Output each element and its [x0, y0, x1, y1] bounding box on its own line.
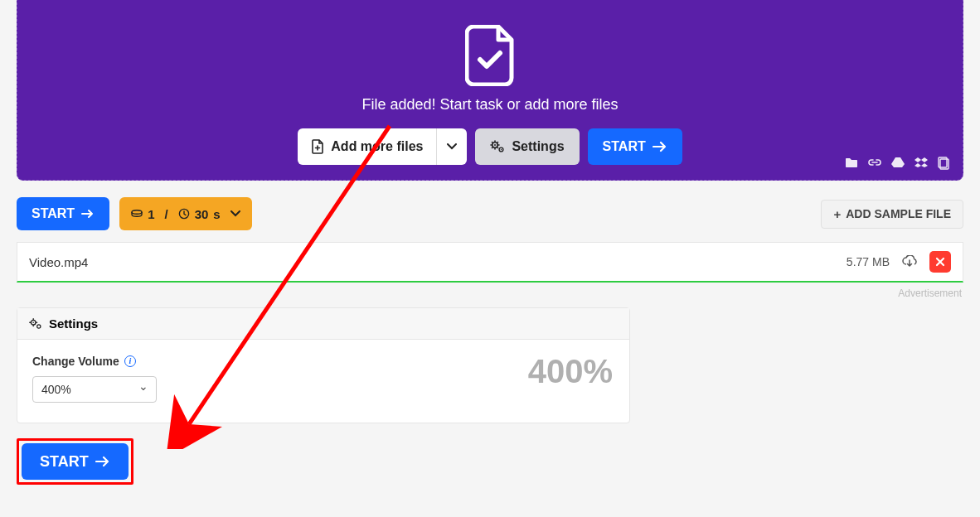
- batch-time-value: 30: [195, 207, 209, 221]
- change-volume-display: 400%: [528, 353, 613, 390]
- bottom-start-label: START: [40, 453, 89, 471]
- batch-count: 1: [148, 207, 154, 221]
- cloud-download-icon[interactable]: [901, 255, 918, 268]
- dropbox-icon[interactable]: [915, 157, 928, 170]
- settings-panel: Settings Change Volume i 400% 400%: [17, 307, 630, 423]
- file-row: Video.mp4 5.77 MB: [17, 242, 963, 283]
- svg-point-6: [132, 210, 142, 214]
- add-more-files-button[interactable]: Add more files: [298, 128, 467, 165]
- upload-hero: File added! Start task or add more files…: [17, 0, 963, 181]
- clipboard-icon[interactable]: [938, 157, 949, 170]
- file-name: Video.mp4: [29, 255, 847, 269]
- add-sample-label: ADD SAMPLE FILE: [846, 207, 951, 220]
- clock-icon: [178, 208, 190, 220]
- svg-point-1: [494, 144, 496, 146]
- add-sample-file-button[interactable]: + ADD SAMPLE FILE: [821, 200, 963, 229]
- bottom-start-button[interactable]: START: [22, 443, 129, 480]
- hero-message: File added! Start task or add more files: [34, 96, 946, 114]
- toolbar-start-button[interactable]: START: [17, 197, 109, 230]
- settings-panel-header: Settings: [17, 308, 629, 340]
- svg-point-3: [501, 149, 502, 150]
- gears-icon: [490, 140, 505, 153]
- info-icon[interactable]: i: [124, 355, 136, 367]
- settings-button[interactable]: Settings: [475, 128, 579, 165]
- batch-sep: /: [164, 207, 167, 221]
- batch-time-unit: s: [213, 207, 220, 221]
- svg-point-10: [37, 324, 41, 327]
- advertisement-label: Advertisement: [0, 283, 980, 299]
- settings-panel-title: Settings: [49, 316, 98, 331]
- toolbar: START 1 / 30 s + ADD SAMPLE FILE: [0, 181, 980, 242]
- hero-start-button[interactable]: START: [588, 128, 682, 165]
- toolbar-start-label: START: [32, 206, 75, 221]
- layers-icon: [131, 209, 143, 219]
- chevron-down-icon: [447, 143, 457, 150]
- arrow-right-icon: [81, 209, 95, 219]
- add-more-files-label: Add more files: [331, 139, 423, 154]
- add-more-files-caret[interactable]: [437, 128, 467, 165]
- arrow-right-icon: [95, 456, 110, 467]
- google-drive-icon[interactable]: [891, 157, 905, 170]
- settings-label: Settings: [512, 139, 564, 154]
- batch-settings-button[interactable]: 1 / 30 s: [119, 197, 252, 230]
- delete-file-button[interactable]: [929, 251, 951, 273]
- file-size: 5.77 MB: [847, 255, 890, 268]
- arrow-right-icon: [653, 141, 667, 152]
- file-check-icon: [34, 25, 946, 86]
- file-add-icon: [311, 139, 324, 154]
- gears-icon: [29, 318, 42, 330]
- folder-icon[interactable]: [845, 157, 858, 170]
- change-volume-label: Change Volume i: [32, 355, 614, 368]
- change-volume-select[interactable]: 400%: [32, 376, 157, 403]
- close-icon: [935, 257, 945, 267]
- hero-start-label: START: [603, 139, 646, 154]
- plus-icon: +: [833, 207, 841, 221]
- link-icon[interactable]: [868, 157, 881, 170]
- svg-point-9: [32, 321, 34, 323]
- chevron-down-icon: [230, 210, 240, 217]
